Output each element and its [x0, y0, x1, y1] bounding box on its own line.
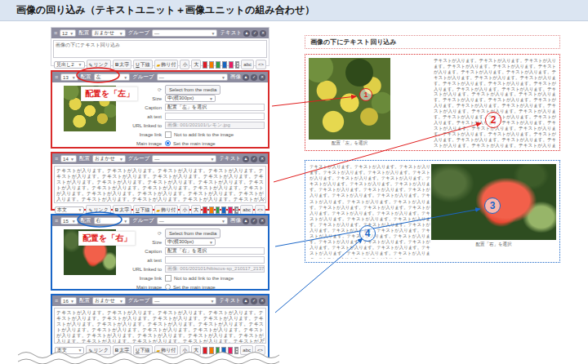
unit-header: ≡ 15▼ 配置 右▼ グループ —▼ 画像 ▲ ✓ ✕ — [52, 215, 268, 226]
resize-grip-icon[interactable] — [261, 198, 265, 202]
confirm-button[interactable]: ✓ — [252, 30, 258, 37]
group-select[interactable]: —▼ — [152, 297, 216, 304]
text-unit-14: ≡ 14▼ 配置 おまかせ▼ グループ —▼ テキスト ▲ ✓ ✕ テキストが入… — [51, 152, 270, 211]
unit-number-select[interactable]: 15▼ — [60, 217, 78, 224]
underline-icon: U — [136, 207, 139, 212]
move-up-button[interactable]: ▲ — [243, 156, 249, 162]
abc-button[interactable]: abc — [241, 60, 254, 69]
color-swatch-blue[interactable] — [222, 61, 227, 69]
group-select[interactable]: —▼ — [152, 155, 216, 162]
color-swatch-orange[interactable] — [209, 61, 214, 69]
arrange-label: 配置 — [79, 297, 90, 304]
font-large-button[interactable]: 大 — [191, 60, 201, 69]
url-linked-input[interactable]: 画像: 001/202101/レモン.jpg — [165, 122, 265, 129]
color-swatch-pink[interactable] — [229, 61, 234, 69]
underline-icon: U — [136, 62, 139, 67]
bold-button[interactable]: B太字 — [113, 60, 131, 69]
text-unit-textarea[interactable]: 画像の下にテキスト回り込み — [53, 40, 267, 58]
delete-button[interactable]: ✕ — [259, 218, 265, 224]
group-select[interactable]: —▼ — [157, 217, 228, 224]
text-style-select[interactable]: 本文▼ — [55, 206, 84, 214]
marker-icon: ▰ — [157, 207, 161, 213]
alt-text-input[interactable] — [165, 256, 265, 264]
caption-input[interactable]: 配置「左」を選択 — [165, 104, 265, 111]
unit-type-badge: テキスト — [219, 155, 241, 162]
text-unit-textarea[interactable]: テキストが入ります。テキストが入ります。テキストが入ります。テキストが入ります。… — [54, 308, 266, 344]
image-link-checkbox[interactable] — [165, 131, 172, 138]
drag-handle-icon[interactable]: ≡ — [54, 30, 57, 36]
drag-handle-icon[interactable]: ≡ — [55, 156, 58, 162]
delete-button[interactable]: ✕ — [259, 74, 265, 81]
move-up-button[interactable]: ▲ — [243, 298, 249, 304]
arrange-select[interactable]: 左▼ — [94, 73, 131, 81]
drag-handle-icon[interactable]: ≡ — [55, 74, 58, 80]
decorate-button[interactable]: ▰飾り付 — [154, 60, 179, 69]
color-swatch-pink[interactable] — [228, 206, 233, 214]
drag-handle-icon[interactable]: ≡ — [55, 298, 58, 304]
select-media-button[interactable]: Select from the media — [165, 85, 220, 95]
color-swatch-green[interactable] — [216, 206, 220, 214]
delete-button[interactable]: ✕ — [259, 156, 265, 162]
arrange-select[interactable]: 右▼ — [94, 217, 131, 224]
unit-number-select[interactable]: 13▼ — [60, 73, 78, 81]
marker-icon: ▰ — [157, 62, 161, 68]
unit-number-select[interactable]: 16▼ — [60, 297, 77, 304]
main-image-radio[interactable] — [165, 140, 171, 146]
unit-number-select[interactable]: 12▼ — [60, 29, 76, 37]
link-button[interactable]: ✎リンク — [87, 60, 111, 69]
confirm-button[interactable]: ✓ — [251, 298, 257, 304]
image-link-label: Image link — [52, 276, 165, 281]
arrange-select[interactable]: おまかせ▼ — [92, 155, 126, 162]
select-media-button[interactable]: Select from the media — [165, 229, 220, 238]
group-select[interactable]: —▼ — [157, 73, 228, 81]
color-swatch-red[interactable] — [203, 206, 207, 214]
caption-input[interactable]: 配置「右」を選択 — [165, 247, 265, 255]
group-select[interactable]: —▼ — [152, 29, 217, 37]
preview-wrap-text: テキストが入ります。テキストが入ります。テキストが入ります。テキストが入ります。… — [434, 58, 556, 148]
arrange-label: 配置 — [81, 217, 91, 224]
unit-type-badge: 画像 — [230, 217, 241, 224]
color-swatch-red[interactable] — [203, 61, 207, 69]
move-up-button[interactable]: ▲ — [243, 218, 249, 224]
font-small-button[interactable]: 小 — [180, 60, 189, 69]
color-swatch-orange[interactable] — [209, 206, 214, 214]
main-image-label: Main image — [52, 141, 165, 146]
confirm-button[interactable]: ✓ — [251, 218, 257, 224]
chevron-down-icon: ▼ — [221, 219, 225, 224]
chevron-down-icon: ▼ — [123, 219, 127, 224]
main-image-label: Main image — [52, 285, 165, 290]
resize-grip-icon[interactable] — [261, 338, 265, 342]
main-image-radio[interactable] — [165, 284, 171, 290]
group-label: グループ — [128, 155, 149, 162]
chevron-down-icon: ▼ — [119, 299, 123, 304]
text-style-select[interactable]: 見出し2▼ — [54, 61, 85, 69]
drag-handle-icon[interactable]: ≡ — [55, 218, 58, 224]
confirm-button[interactable]: ✓ — [251, 74, 257, 81]
confirm-button[interactable]: ✓ — [251, 156, 257, 162]
url-linked-input[interactable]: 画像: 001/202101/hibiscus-sp_210117_213752… — [165, 265, 265, 273]
refresh-icon[interactable]: ⟳ — [158, 231, 162, 236]
image-unit-15: ≡ 15▼ 配置 右▼ グループ —▼ 画像 ▲ ✓ ✕ ⟳ Select fr… — [51, 214, 270, 291]
size-select[interactable]: 中(横300px)▼ — [165, 238, 216, 246]
torn-edge-waves — [18, 348, 279, 364]
arrange-select[interactable]: おまかせ▼ — [92, 297, 126, 304]
arrange-select[interactable]: おまかせ▼ — [91, 29, 125, 37]
color-swatch-blue[interactable] — [221, 206, 226, 214]
size-select[interactable]: 中(横300px)▼ — [165, 95, 216, 102]
delete-button[interactable]: ✕ — [259, 298, 265, 304]
unit-number-select[interactable]: 14▼ — [60, 155, 77, 162]
alt-text-input[interactable] — [165, 113, 265, 120]
underline-button[interactable]: U下線 — [133, 60, 152, 69]
code-button[interactable]: <> — [256, 60, 266, 69]
move-up-button[interactable]: ▲ — [243, 74, 249, 81]
chevron-down-icon: ▼ — [70, 157, 74, 162]
color-swatch-green[interactable] — [216, 61, 220, 69]
delete-button[interactable]: ✕ — [260, 30, 266, 37]
color-palette-icon[interactable] — [235, 61, 240, 69]
chevron-down-icon: ▼ — [70, 299, 74, 304]
move-up-button[interactable]: ▲ — [243, 30, 250, 37]
refresh-icon[interactable]: ⟳ — [158, 87, 162, 92]
color-palette-icon[interactable] — [234, 206, 239, 214]
image-link-checkbox[interactable] — [165, 275, 172, 282]
text-unit-textarea[interactable]: テキストが入ります。テキストが入ります。テキストが入ります。テキストが入ります。… — [54, 166, 266, 203]
